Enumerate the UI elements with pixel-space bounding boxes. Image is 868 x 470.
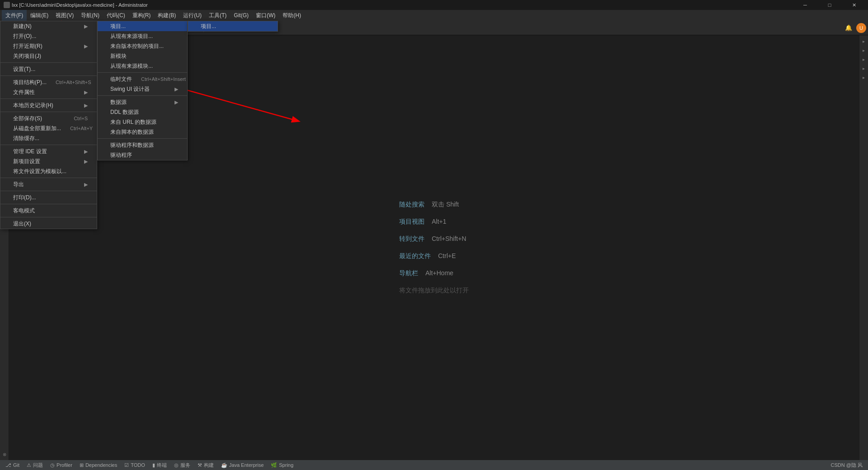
- file-menu-project-structure[interactable]: 项目结构(P)... Ctrl+Alt+Shift+S: [0, 77, 97, 87]
- menu-build[interactable]: 构建(B): [154, 10, 179, 21]
- git-icon: ⎇: [5, 462, 11, 468]
- datasource-arrow-icon: ▶: [175, 99, 178, 105]
- new-sep-2: [98, 95, 187, 96]
- recent-arrow-icon: ▶: [84, 43, 88, 49]
- menu-git[interactable]: Git(G): [230, 10, 252, 21]
- menu-refactor[interactable]: 重构(R): [129, 10, 155, 21]
- file-menu-print[interactable]: 打印(D)...: [0, 193, 97, 202]
- sidebar-icon-bottom[interactable]: ⊗: [0, 450, 9, 458]
- status-git[interactable]: ⎇ Git: [2, 460, 23, 470]
- status-csdn[interactable]: CSDN @隐 风: [827, 460, 866, 470]
- new-scratch-file[interactable]: 临时文件 Ctrl+Alt+Shift+Insert: [98, 74, 187, 84]
- file-menu-clear-cache[interactable]: 清除缓存...: [0, 133, 97, 143]
- file-menu-local-history[interactable]: 本地历史记录(H) ▶: [0, 100, 97, 110]
- spring-icon: 🌿: [271, 462, 277, 468]
- status-terminal-label: 终端: [157, 462, 167, 469]
- file-sep-7: [0, 191, 97, 191]
- menu-help[interactable]: 帮助(H): [279, 10, 305, 21]
- file-menu-recent[interactable]: 打开近期(R) ▶: [0, 41, 97, 51]
- center-hints: 随处搜索 双击 Shift 项目视图 Alt+1 转到文件 Ctrl+Shift…: [399, 201, 469, 295]
- local-history-arrow-icon: ▶: [84, 103, 88, 108]
- file-menu-reload[interactable]: 从磁盘全部重新加... Ctrl+Alt+Y: [0, 123, 97, 133]
- file-sep-2: [0, 75, 97, 76]
- new-drivers-datasources[interactable]: 驱动程序和数据源: [98, 140, 187, 150]
- file-menu-set-as-template[interactable]: 将文件设置为模板以...: [0, 166, 97, 176]
- new-module[interactable]: 新模块: [98, 51, 187, 61]
- maximize-button[interactable]: □: [819, 0, 840, 10]
- hint-nav-key: Alt+Home: [425, 269, 453, 277]
- hint-recent-action: 最近的文件: [399, 252, 431, 260]
- menu-bar: 文件(F) 编辑(E) 视图(V) 导航(N) 代码(C) 重构(R) 构建(B…: [0, 10, 868, 21]
- status-services[interactable]: ◎ 服务: [170, 460, 194, 470]
- minimize-button[interactable]: ─: [795, 0, 816, 10]
- menu-run[interactable]: 运行(U): [179, 10, 205, 21]
- right-sidebar-icon-5[interactable]: ▸: [860, 73, 868, 81]
- project-structure-shortcut: Ctrl+Alt+Shift+S: [56, 80, 91, 85]
- file-sep-4: [0, 112, 97, 112]
- file-menu-new-project-settings[interactable]: 新项目设置 ▶: [0, 156, 97, 166]
- file-menu-ide-settings[interactable]: 管理 IDE 设置 ▶: [0, 146, 97, 156]
- new-swing-ui[interactable]: Swing UI 设计器 ▶: [98, 84, 187, 94]
- project-submenu-project[interactable]: 项目...: [188, 21, 278, 31]
- new-project-item[interactable]: 项目...: [98, 21, 187, 31]
- hint-project: 项目视图 Alt+1: [399, 218, 469, 226]
- file-menu-export[interactable]: 导出 ▶: [0, 179, 97, 189]
- project-submenu-dropdown: 项目...: [188, 21, 278, 32]
- file-menu-exit[interactable]: 退出(X): [0, 219, 97, 229]
- file-menu-file-props[interactable]: 文件属性 ▶: [0, 87, 97, 97]
- file-menu-power-mode[interactable]: 客电模式: [0, 206, 97, 216]
- file-menu-close-project[interactable]: 关闭项目(J): [0, 51, 97, 61]
- menu-view[interactable]: 视图(V): [52, 10, 77, 21]
- hint-project-key: Alt+1: [432, 218, 446, 226]
- status-spring[interactable]: 🌿 Spring: [267, 460, 297, 470]
- menu-window[interactable]: 窗口(W): [252, 10, 279, 21]
- build-icon: ⚒: [198, 462, 202, 468]
- status-problems-label: 问题: [33, 462, 43, 469]
- right-sidebar-icon-3[interactable]: ▸: [860, 55, 868, 63]
- save-all-shortcut: Ctrl+S: [74, 116, 88, 121]
- close-button[interactable]: ✕: [844, 0, 864, 10]
- status-java-enterprise[interactable]: ☕ Java Enterprise: [217, 460, 267, 470]
- file-menu-open[interactable]: 打开(O)...: [0, 31, 97, 41]
- user-avatar[interactable]: U: [856, 23, 866, 33]
- new-script-datasource[interactable]: 来自脚本的数据源: [98, 127, 187, 137]
- new-from-existing[interactable]: 从现有来源项目...: [98, 31, 187, 41]
- menu-file[interactable]: 文件(F): [2, 10, 27, 21]
- file-menu-save-all[interactable]: 全部保存(S) Ctrl+S: [0, 113, 97, 123]
- new-from-vcs[interactable]: 来自版本控制的项目...: [98, 41, 187, 51]
- status-java-label: Java Enterprise: [229, 462, 264, 468]
- status-todo[interactable]: ☑ TODO: [121, 460, 149, 470]
- right-sidebar: ▸ ▸ ▸ ▸ ▸: [859, 35, 868, 460]
- export-arrow-icon: ▶: [84, 182, 88, 188]
- right-sidebar-icon-1[interactable]: ▸: [860, 37, 868, 45]
- new-ddl-datasource[interactable]: DDL 数据源: [98, 107, 187, 117]
- new-drivers[interactable]: 驱动程序: [98, 150, 187, 160]
- new-url-datasource[interactable]: 来自 URL 的数据源: [98, 117, 187, 127]
- menu-edit[interactable]: 编辑(E): [27, 10, 52, 21]
- menu-tools[interactable]: 工具(T): [205, 10, 230, 21]
- hint-project-action: 项目视图: [399, 218, 425, 226]
- menu-code[interactable]: 代码(C): [103, 10, 129, 21]
- status-csdn-text: CSDN @隐 风: [831, 462, 863, 469]
- status-services-label: 服务: [180, 462, 190, 469]
- file-menu-settings[interactable]: 设置(T)...: [0, 64, 97, 74]
- file-menu-new[interactable]: 新建(N) ▶: [0, 21, 97, 31]
- hint-search: 随处搜索 双击 Shift: [399, 201, 469, 209]
- status-bar: ⎇ Git ⚠ 问题 ◷ Profiler ⊞ Dependencies ☑ T…: [0, 460, 868, 470]
- status-dependencies[interactable]: ⊞ Dependencies: [76, 460, 121, 470]
- toolbar-notifications-btn[interactable]: 🔔: [843, 22, 854, 34]
- new-from-existing-module[interactable]: 从现有来源模块...: [98, 61, 187, 71]
- status-profiler[interactable]: ◷ Profiler: [47, 460, 76, 470]
- status-terminal[interactable]: ▮ 终端: [149, 460, 170, 470]
- status-problems[interactable]: ⚠ 问题: [23, 460, 47, 470]
- menu-navigate[interactable]: 导航(N): [77, 10, 103, 21]
- new-datasource[interactable]: 数据源 ▶: [98, 97, 187, 107]
- hint-drop-text: 将文件拖放到此处以打开: [399, 287, 469, 295]
- status-todo-label: TODO: [131, 462, 145, 468]
- status-build[interactable]: ⚒ 构建: [194, 460, 217, 470]
- right-sidebar-icon-4[interactable]: ▸: [860, 64, 868, 72]
- right-sidebar-icon-2[interactable]: ▸: [860, 46, 868, 54]
- terminal-icon: ▮: [152, 462, 155, 468]
- file-sep-5: [0, 145, 97, 145]
- file-menu-dropdown: 新建(N) ▶ 打开(O)... 打开近期(R) ▶ 关闭项目(J) 设置(T)…: [0, 21, 97, 229]
